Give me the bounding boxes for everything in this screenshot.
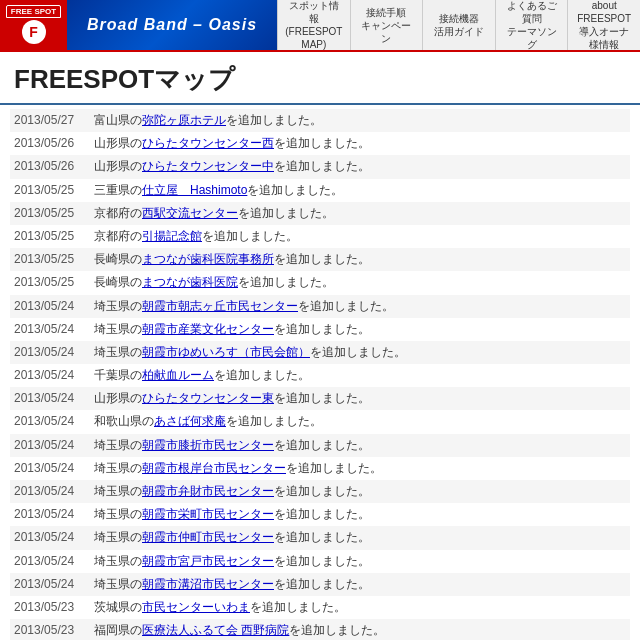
entry-date: 2013/05/24: [14, 505, 94, 524]
table-row: 2013/05/24埼玉県の朝霞市朝志ヶ丘市民センターを追加しました。: [10, 295, 630, 318]
entry-link[interactable]: 朝霞市産業文化センター: [142, 322, 274, 336]
entry-date: 2013/05/25: [14, 204, 94, 223]
table-row: 2013/05/24埼玉県の朝霞市溝沼市民センターを追加しました。: [10, 573, 630, 596]
table-row: 2013/05/24埼玉県の朝霞市弁財市民センターを追加しました。: [10, 480, 630, 503]
table-row: 2013/05/25長崎県のまつなが歯科医院事務所を追加しました。: [10, 248, 630, 271]
entry-text: 富山県の弥陀ヶ原ホテルを追加しました。: [94, 111, 626, 130]
entry-date: 2013/05/27: [14, 111, 94, 130]
entry-date: 2013/05/25: [14, 181, 94, 200]
entry-link[interactable]: まつなが歯科医院事務所: [142, 252, 274, 266]
nav-area: スポット情報(FREESPOT MAP) 接続手順キャンペーン 接続機器活用ガイ…: [277, 0, 640, 50]
logo-circle: F: [22, 20, 46, 44]
entry-text: 埼玉県の朝霞市栄町市民センターを追加しました。: [94, 505, 626, 524]
entry-link[interactable]: 医療法人ふるて会 西野病院: [142, 623, 289, 637]
entry-text: 福岡県の医療法人ふるて会 西野病院を追加しました。: [94, 621, 626, 640]
table-row: 2013/05/24千葉県の柏献血ルームを追加しました。: [10, 364, 630, 387]
entry-link[interactable]: あさば何求庵: [154, 414, 226, 428]
nav-connection[interactable]: 接続手順キャンペーン: [350, 0, 423, 50]
entry-text: 長崎県のまつなが歯科医院事務所を追加しました。: [94, 250, 626, 269]
entry-link[interactable]: 西駅交流センター: [142, 206, 238, 220]
entry-link[interactable]: ひらたタウンセンター西: [142, 136, 274, 150]
logo-bottom: F: [6, 18, 61, 46]
entry-text: 埼玉県の朝霞市産業文化センターを追加しました。: [94, 320, 626, 339]
entry-date: 2013/05/24: [14, 482, 94, 501]
entry-link[interactable]: 朝霞市弁財市民センター: [142, 484, 274, 498]
table-row: 2013/05/26山形県のひらたタウンセンター中を追加しました。: [10, 155, 630, 178]
entry-link[interactable]: 市民センターいわま: [142, 600, 250, 614]
entry-date: 2013/05/23: [14, 598, 94, 617]
table-row: 2013/05/24埼玉県の朝霞市膝折市民センターを追加しました。: [10, 434, 630, 457]
entry-link[interactable]: 柏献血ルーム: [142, 368, 214, 382]
table-row: 2013/05/25長崎県のまつなが歯科医院を追加しました。: [10, 271, 630, 294]
entry-date: 2013/05/25: [14, 273, 94, 292]
freespot-logo: FREE SPOT F: [6, 5, 61, 45]
table-row: 2013/05/24埼玉県の朝霞市産業文化センターを追加しました。: [10, 318, 630, 341]
entry-text: 山形県のひらたタウンセンター東を追加しました。: [94, 389, 626, 408]
entry-text: 埼玉県の朝霞市溝沼市民センターを追加しました。: [94, 575, 626, 594]
entry-date: 2013/05/24: [14, 343, 94, 362]
table-row: 2013/05/24山形県のひらたタウンセンター東を追加しました。: [10, 387, 630, 410]
nav-faq[interactable]: よくあるご質問テーマソング: [495, 0, 568, 50]
table-row: 2013/05/24埼玉県の朝霞市根岸台市民センターを追加しました。: [10, 457, 630, 480]
entry-text: 埼玉県の朝霞市宮戸市民センターを追加しました。: [94, 552, 626, 571]
entry-date: 2013/05/24: [14, 575, 94, 594]
table-row: 2013/05/25京都府の引揚記念館を追加しました。: [10, 225, 630, 248]
entry-text: 和歌山県のあさば何求庵を追加しました。: [94, 412, 626, 431]
header: FREE SPOT F Broad Band – Oasis スポット情報(FR…: [0, 0, 640, 52]
entry-text: 埼玉県の朝霞市膝折市民センターを追加しました。: [94, 436, 626, 455]
entry-link[interactable]: 朝霞市根岸台市民センター: [142, 461, 286, 475]
entry-link[interactable]: 朝霞市膝折市民センター: [142, 438, 274, 452]
brand-title: Broad Band – Oasis: [87, 16, 257, 34]
table-row: 2013/05/24埼玉県の朝霞市仲町市民センターを追加しました。: [10, 526, 630, 549]
table-row: 2013/05/25三重県の仕立屋 Hashimotoを追加しました。: [10, 179, 630, 202]
table-row: 2013/05/26山形県のひらたタウンセンター西を追加しました。: [10, 132, 630, 155]
table-row: 2013/05/23茨城県の市民センターいわまを追加しました。: [10, 596, 630, 619]
entry-link[interactable]: 朝霞市朝志ヶ丘市民センター: [142, 299, 298, 313]
entry-text: 埼玉県の朝霞市根岸台市民センターを追加しました。: [94, 459, 626, 478]
entry-date: 2013/05/26: [14, 157, 94, 176]
entry-date: 2013/05/24: [14, 552, 94, 571]
entry-link[interactable]: 仕立屋 Hashimoto: [142, 183, 247, 197]
entry-link[interactable]: 朝霞市宮戸市民センター: [142, 554, 274, 568]
logo-area: FREE SPOT F: [0, 0, 67, 50]
entry-text: 茨城県の市民センターいわまを追加しました。: [94, 598, 626, 617]
logo-text: FREE SPOT: [6, 5, 61, 18]
table-row: 2013/05/24埼玉県の朝霞市栄町市民センターを追加しました。: [10, 503, 630, 526]
entry-text: 千葉県の柏献血ルームを追加しました。: [94, 366, 626, 385]
table-row: 2013/05/24和歌山県のあさば何求庵を追加しました。: [10, 410, 630, 433]
page-title: FREESPOTマップ: [14, 62, 626, 97]
nav-spot-map[interactable]: スポット情報(FREESPOT MAP): [277, 0, 350, 50]
entry-link[interactable]: 朝霞市栄町市民センター: [142, 507, 274, 521]
entry-date: 2013/05/24: [14, 389, 94, 408]
entry-text: 京都府の引揚記念館を追加しました。: [94, 227, 626, 246]
entry-date: 2013/05/25: [14, 227, 94, 246]
entry-date: 2013/05/25: [14, 250, 94, 269]
entry-link[interactable]: まつなが歯科医院: [142, 275, 238, 289]
entry-text: 山形県のひらたタウンセンター中を追加しました。: [94, 157, 626, 176]
entry-link[interactable]: 朝霞市仲町市民センター: [142, 530, 274, 544]
content-area: 2013/05/27富山県の弥陀ヶ原ホテルを追加しました。2013/05/26山…: [0, 105, 640, 640]
entry-link[interactable]: 弥陀ヶ原ホテル: [142, 113, 226, 127]
table-row: 2013/05/25京都府の西駅交流センターを追加しました。: [10, 202, 630, 225]
entry-text: 三重県の仕立屋 Hashimotoを追加しました。: [94, 181, 626, 200]
table-row: 2013/05/24埼玉県の朝霞市宮戸市民センターを追加しました。: [10, 550, 630, 573]
nav-about[interactable]: about FREESPOT導入オーナ様情報: [567, 0, 640, 50]
brand-area: Broad Band – Oasis: [67, 0, 277, 50]
entry-text: 長崎県のまつなが歯科医院を追加しました。: [94, 273, 626, 292]
entry-link[interactable]: ひらたタウンセンター中: [142, 159, 274, 173]
entry-link[interactable]: ひらたタウンセンター東: [142, 391, 274, 405]
entry-date: 2013/05/26: [14, 134, 94, 153]
entry-link[interactable]: 朝霞市溝沼市民センター: [142, 577, 274, 591]
table-row: 2013/05/27富山県の弥陀ヶ原ホテルを追加しました。: [10, 109, 630, 132]
entry-date: 2013/05/24: [14, 366, 94, 385]
entry-link[interactable]: 朝霞市ゆめいろす（市民会館）: [142, 345, 310, 359]
entry-text: 埼玉県の朝霞市朝志ヶ丘市民センターを追加しました。: [94, 297, 626, 316]
entry-text: 埼玉県の朝霞市ゆめいろす（市民会館）を追加しました。: [94, 343, 626, 362]
table-row: 2013/05/24埼玉県の朝霞市ゆめいろす（市民会館）を追加しました。: [10, 341, 630, 364]
nav-device[interactable]: 接続機器活用ガイド: [422, 0, 495, 50]
entry-link[interactable]: 引揚記念館: [142, 229, 202, 243]
entry-date: 2013/05/23: [14, 621, 94, 640]
logo-f-letter: F: [29, 24, 38, 40]
entry-date: 2013/05/24: [14, 412, 94, 431]
entry-date: 2013/05/24: [14, 297, 94, 316]
